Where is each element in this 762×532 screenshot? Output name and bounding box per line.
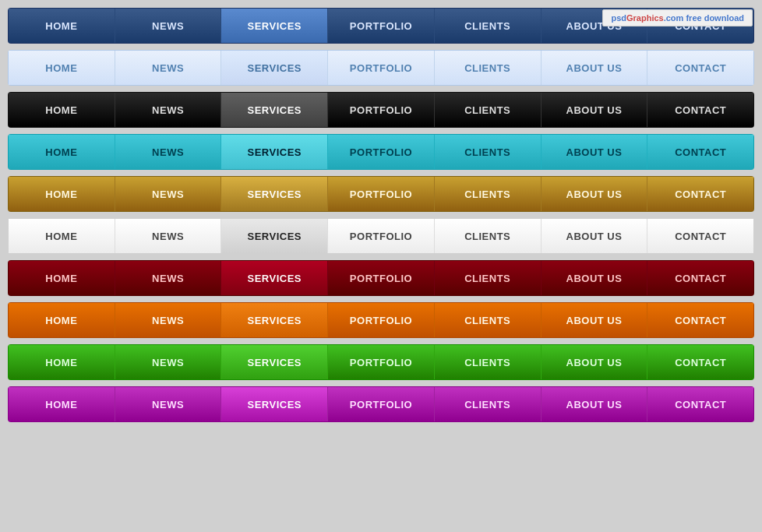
nav-wrapper-10: HOMENEWSSERVICESPORTFOLIOCLIENTSABOUT US… <box>8 386 754 422</box>
nav-8-item-portfolio[interactable]: PORTFOLIO <box>328 303 435 337</box>
nav-wrapper-6: HOMENEWSSERVICESPORTFOLIOCLIENTSABOUT US… <box>8 218 754 254</box>
nav-2-item-services[interactable]: SERVICES <box>221 51 328 85</box>
nav-9-item-contact[interactable]: CONTACT <box>647 345 753 379</box>
nav-5-item-services[interactable]: SERVICES <box>221 177 328 211</box>
watermark-text: psdGraphics.com <box>611 13 683 23</box>
nav-2-item-clients[interactable]: CLIENTS <box>435 51 542 85</box>
nav-6-item-home[interactable]: HOME <box>9 219 115 253</box>
nav-8-item-clients[interactable]: CLIENTS <box>435 303 542 337</box>
nav-8-item-news[interactable]: NEWS <box>115 303 222 337</box>
nav-6-item-portfolio[interactable]: PORTFOLIO <box>328 219 435 253</box>
nav-10-item-clients[interactable]: CLIENTS <box>435 387 542 421</box>
nav-8-item-home[interactable]: HOME <box>9 303 115 337</box>
nav-7: HOMENEWSSERVICESPORTFOLIOCLIENTSABOUT US… <box>8 260 754 296</box>
nav-3-item-services[interactable]: SERVICES <box>221 93 328 127</box>
nav-7-item-news[interactable]: NEWS <box>115 261 222 295</box>
nav-4-item-services[interactable]: SERVICES <box>221 135 328 169</box>
nav-10-item-about-us[interactable]: ABOUT US <box>542 387 648 421</box>
nav-4-item-contact[interactable]: CONTACT <box>647 135 753 169</box>
nav-6-item-about-us[interactable]: ABOUT US <box>542 219 648 253</box>
nav-1-item-clients[interactable]: CLIENTS <box>435 9 542 43</box>
watermark-subtext: free download <box>686 13 744 23</box>
nav-9: HOMENEWSSERVICESPORTFOLIOCLIENTSABOUT US… <box>8 344 754 380</box>
nav-3-item-portfolio[interactable]: PORTFOLIO <box>328 93 435 127</box>
nav-3-item-contact[interactable]: CONTACT <box>647 93 753 127</box>
nav-5-item-news[interactable]: NEWS <box>115 177 222 211</box>
nav-10-item-portfolio[interactable]: PORTFOLIO <box>328 387 435 421</box>
nav-7-item-home[interactable]: HOME <box>9 261 115 295</box>
nav-6-item-clients[interactable]: CLIENTS <box>435 219 542 253</box>
nav-2-item-contact[interactable]: CONTACT <box>647 51 753 85</box>
nav-wrapper-7: HOMENEWSSERVICESPORTFOLIOCLIENTSABOUT US… <box>8 260 754 296</box>
nav-wrapper-8: HOMENEWSSERVICESPORTFOLIOCLIENTSABOUT US… <box>8 302 754 338</box>
nav-1-item-news[interactable]: NEWS <box>115 9 222 43</box>
nav-1-item-services[interactable]: SERVICES <box>221 9 328 43</box>
nav-5-item-portfolio[interactable]: PORTFOLIO <box>328 177 435 211</box>
nav-8-item-contact[interactable]: CONTACT <box>647 303 753 337</box>
nav-9-item-home[interactable]: HOME <box>9 345 115 379</box>
nav-10-item-news[interactable]: NEWS <box>115 387 222 421</box>
nav-10-item-services[interactable]: SERVICES <box>221 387 328 421</box>
nav-5-item-contact[interactable]: CONTACT <box>647 177 753 211</box>
nav-2: HOMENEWSSERVICESPORTFOLIOCLIENTSABOUT US… <box>8 50 754 86</box>
nav-2-item-home[interactable]: HOME <box>9 51 115 85</box>
watermark: psdGraphics.com free download <box>602 9 753 26</box>
nav-3-item-home[interactable]: HOME <box>9 93 115 127</box>
nav-6-item-news[interactable]: NEWS <box>115 219 222 253</box>
nav-wrapper-3: HOMENEWSSERVICESPORTFOLIOCLIENTSABOUT US… <box>8 92 754 128</box>
nav-5-item-clients[interactable]: CLIENTS <box>435 177 542 211</box>
nav-6: HOMENEWSSERVICESPORTFOLIOCLIENTSABOUT US… <box>8 218 754 254</box>
nav-4: HOMENEWSSERVICESPORTFOLIOCLIENTSABOUT US… <box>8 134 754 170</box>
nav-9-item-services[interactable]: SERVICES <box>221 345 328 379</box>
nav-7-item-clients[interactable]: CLIENTS <box>435 261 542 295</box>
nav-2-item-about-us[interactable]: ABOUT US <box>542 51 648 85</box>
nav-5-item-home[interactable]: HOME <box>9 177 115 211</box>
nav-1-item-portfolio[interactable]: PORTFOLIO <box>328 9 435 43</box>
nav-wrapper-2: HOMENEWSSERVICESPORTFOLIOCLIENTSABOUT US… <box>8 50 754 86</box>
nav-8-item-about-us[interactable]: ABOUT US <box>542 303 648 337</box>
nav-wrapper-5: HOMENEWSSERVICESPORTFOLIOCLIENTSABOUT US… <box>8 176 754 212</box>
nav-7-item-about-us[interactable]: ABOUT US <box>542 261 648 295</box>
nav-4-item-home[interactable]: HOME <box>9 135 115 169</box>
nav-4-item-about-us[interactable]: ABOUT US <box>542 135 648 169</box>
nav-1-item-home[interactable]: HOME <box>9 9 115 43</box>
nav-6-item-contact[interactable]: CONTACT <box>647 219 753 253</box>
nav-9-item-clients[interactable]: CLIENTS <box>435 345 542 379</box>
nav-3: HOMENEWSSERVICESPORTFOLIOCLIENTSABOUT US… <box>8 92 754 128</box>
nav-6-item-services[interactable]: SERVICES <box>221 219 328 253</box>
nav-4-item-news[interactable]: NEWS <box>115 135 222 169</box>
nav-10-item-contact[interactable]: CONTACT <box>647 387 753 421</box>
nav-7-item-contact[interactable]: CONTACT <box>647 261 753 295</box>
nav-10: HOMENEWSSERVICESPORTFOLIOCLIENTSABOUT US… <box>8 386 754 422</box>
nav-4-item-portfolio[interactable]: PORTFOLIO <box>328 135 435 169</box>
nav-5: HOMENEWSSERVICESPORTFOLIOCLIENTSABOUT US… <box>8 176 754 212</box>
nav-8: HOMENEWSSERVICESPORTFOLIOCLIENTSABOUT US… <box>8 302 754 338</box>
nav-4-item-clients[interactable]: CLIENTS <box>435 135 542 169</box>
nav-3-item-about-us[interactable]: ABOUT US <box>542 93 648 127</box>
nav-wrapper-9: HOMENEWSSERVICESPORTFOLIOCLIENTSABOUT US… <box>8 344 754 380</box>
nav-2-item-portfolio[interactable]: PORTFOLIO <box>328 51 435 85</box>
nav-wrapper-4: HOMENEWSSERVICESPORTFOLIOCLIENTSABOUT US… <box>8 134 754 170</box>
nav-7-item-portfolio[interactable]: PORTFOLIO <box>328 261 435 295</box>
nav-3-item-news[interactable]: NEWS <box>115 93 222 127</box>
nav-7-item-services[interactable]: SERVICES <box>221 261 328 295</box>
nav-9-item-about-us[interactable]: ABOUT US <box>542 345 648 379</box>
nav-8-item-services[interactable]: SERVICES <box>221 303 328 337</box>
nav-9-item-news[interactable]: NEWS <box>115 345 222 379</box>
nav-3-item-clients[interactable]: CLIENTS <box>435 93 542 127</box>
nav-10-item-home[interactable]: HOME <box>9 387 115 421</box>
nav-9-item-portfolio[interactable]: PORTFOLIO <box>328 345 435 379</box>
nav-5-item-about-us[interactable]: ABOUT US <box>542 177 648 211</box>
nav-2-item-news[interactable]: NEWS <box>115 51 222 85</box>
